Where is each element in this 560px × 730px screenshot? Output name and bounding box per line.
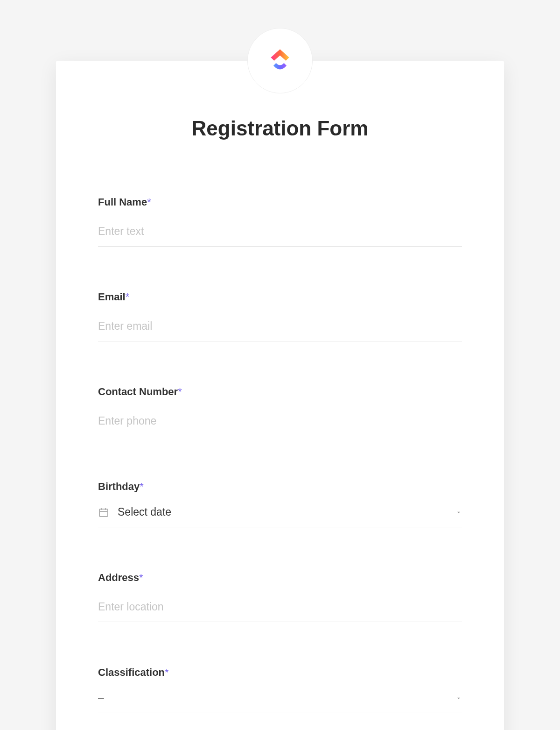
field-group-classification: Classification* – [98, 666, 462, 713]
address-label: Address* [98, 572, 462, 584]
label-text: Full Name [98, 196, 147, 208]
field-group-address: Address* [98, 572, 462, 622]
label-text: Address [98, 572, 139, 583]
logo-container [247, 28, 313, 93]
chevron-down-icon [455, 695, 462, 702]
required-marker: * [139, 572, 143, 583]
birthday-date-picker[interactable]: Select date [98, 506, 462, 527]
classification-label: Classification* [98, 666, 462, 679]
required-marker: * [126, 291, 130, 303]
label-text: Email [98, 291, 126, 303]
contact-label: Contact Number* [98, 386, 462, 398]
label-text: Contact Number [98, 386, 178, 397]
field-group-contact: Contact Number* [98, 386, 462, 436]
calendar-icon [98, 507, 109, 518]
email-input[interactable] [98, 316, 462, 341]
birthday-label: Birthday* [98, 481, 462, 493]
field-group-email: Email* [98, 291, 462, 341]
svg-rect-0 [99, 509, 108, 517]
required-marker: * [140, 481, 144, 492]
field-group-birthday: Birthday* Select date [98, 481, 462, 527]
registration-form-card: Registration Form Full Name* Email* Cont… [56, 61, 504, 730]
fullname-label: Full Name* [98, 196, 462, 208]
form-title: Registration Form [98, 117, 462, 140]
contact-input[interactable] [98, 411, 462, 436]
email-label: Email* [98, 291, 462, 303]
classification-select[interactable]: – [98, 692, 462, 713]
fullname-input[interactable] [98, 221, 462, 247]
label-text: Classification [98, 666, 165, 678]
select-placeholder-text: – [98, 692, 455, 704]
address-input[interactable] [98, 597, 462, 622]
clickup-logo-icon [264, 44, 296, 77]
required-marker: * [178, 386, 182, 397]
date-placeholder-text: Select date [118, 506, 455, 518]
required-marker: * [147, 196, 151, 208]
chevron-down-icon [455, 509, 462, 516]
required-marker: * [165, 666, 169, 678]
field-group-fullname: Full Name* [98, 196, 462, 247]
label-text: Birthday [98, 481, 140, 492]
